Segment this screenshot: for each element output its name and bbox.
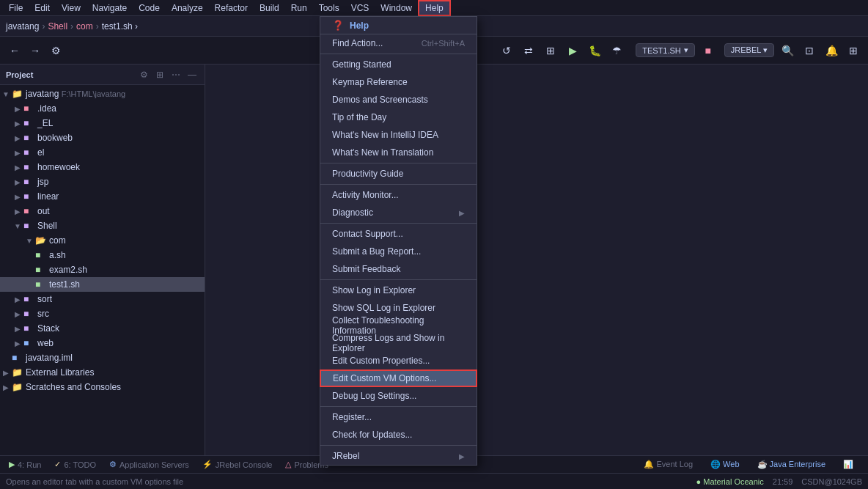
menu-vcs[interactable]: VCS	[345, 0, 375, 16]
tab-jrebel-console[interactable]: ⚡ JRebel Console	[196, 457, 279, 473]
list-item[interactable]: ▶ ■ Stack	[0, 321, 205, 336]
menu-help[interactable]: Help	[418, 0, 451, 16]
help-dropdown[interactable]: ❓ Help Find Action... Ctrl+Shift+A Getti…	[320, 16, 477, 466]
menu-run[interactable]: Run	[285, 0, 313, 16]
menu-file[interactable]: File	[3, 0, 29, 16]
menu-debug-log[interactable]: Debug Log Settings...	[320, 387, 477, 405]
menu-diagnostic[interactable]: Diagnostic ▶	[320, 204, 477, 221]
list-item[interactable]: ▶ ■ out	[0, 204, 205, 218]
toolbar-stop-btn[interactable]: ■	[699, 42, 717, 59]
sidebar-gear-icon[interactable]: ⚙	[137, 68, 150, 81]
tab-todo[interactable]: ✓ 6: TODO	[48, 457, 102, 473]
list-item[interactable]: ■ a.sh	[0, 248, 205, 262]
breadcrumb-shell[interactable]: Shell	[48, 21, 67, 32]
list-item[interactable]: ▶ 📁 Scratches and Consoles	[0, 380, 205, 394]
toolbar-layout-btn[interactable]: ⊞	[845, 42, 862, 59]
list-item[interactable]: ▶ ■ .idea	[0, 101, 205, 116]
toolbar-settings-btn[interactable]: ⚙	[47, 42, 65, 59]
menu-find-action[interactable]: Find Action... Ctrl+Shift+A	[320, 34, 477, 52]
list-item[interactable]: ▶ ■ linear	[0, 189, 205, 204]
menu-check-updates[interactable]: Check for Updates...	[320, 426, 477, 444]
menu-submit-bug[interactable]: Submit a Bug Report...	[320, 243, 477, 260]
list-item[interactable]: ■ exam2.sh	[0, 262, 205, 277]
menu-demos[interactable]: Demos and Screencasts	[320, 91, 477, 109]
module-icon: ■	[23, 191, 35, 202]
submenu-arrow-icon: ▶	[459, 209, 465, 217]
menu-whats-new-idea[interactable]: What's New in IntelliJ IDEA	[320, 126, 477, 144]
module-icon: ■	[23, 309, 35, 319]
menu-compress-logs[interactable]: Compress Logs and Show in Explorer	[320, 334, 477, 352]
breadcrumb-com[interactable]: com	[76, 21, 93, 32]
jrebel-label: JRebel	[332, 451, 359, 461]
list-item[interactable]: ▶ ■ el	[0, 145, 205, 160]
toolbar-coverage-btn[interactable]: ☂	[608, 42, 625, 59]
event-log-btn[interactable]: 🔔 Event Log	[638, 457, 699, 473]
list-item[interactable]: ▼ ■ Shell	[0, 218, 205, 233]
toolbar-debug-btn[interactable]: 🐛	[586, 42, 603, 59]
menu-jrebel[interactable]: JRebel ▶	[320, 447, 477, 465]
menu-build[interactable]: Build	[254, 0, 285, 16]
menu-register[interactable]: Register...	[320, 408, 477, 426]
toolbar-forward-btn[interactable]: →	[26, 42, 44, 59]
menu-keymap[interactable]: Keymap Reference	[320, 73, 477, 91]
run-config-selector[interactable]: TEST1.SH ▾	[636, 43, 695, 57]
toolbar-back-btn[interactable]: ←	[6, 42, 23, 59]
list-item[interactable]: ▶ ■ bookweb	[0, 130, 205, 145]
menu-contact-support[interactable]: Contact Support...	[320, 225, 477, 243]
list-item[interactable]: ▶ 📁 External Libraries	[0, 365, 205, 380]
menu-view[interactable]: View	[56, 0, 87, 16]
tab-run[interactable]: ▶ 4: Run	[3, 457, 47, 473]
list-item[interactable]: ▶ ■ web	[0, 336, 205, 350]
toolbar-revert-btn[interactable]: ↺	[498, 42, 515, 59]
menu-edit-custom-vm[interactable]: Edit Custom VM Options...	[320, 369, 477, 387]
toolbar-terminal-btn[interactable]: ⊡	[801, 42, 818, 59]
csdn-btn[interactable]: 📊	[837, 457, 859, 473]
menu-tip-of-day[interactable]: Tip of the Day	[320, 109, 477, 126]
list-item[interactable]: ■ test1.sh	[0, 277, 205, 292]
menu-edit-custom-properties[interactable]: Edit Custom Properties...	[320, 352, 477, 369]
menu-collect-troubleshooting[interactable]: Collect Troubleshooting Information	[320, 317, 477, 334]
web-btn[interactable]: 🌐 Web	[705, 457, 745, 473]
list-item[interactable]: ■ javatang.iml	[0, 350, 205, 365]
breadcrumb-root[interactable]: javatang	[6, 21, 39, 32]
status-bar: Opens an editor tab with a custom VM opt…	[0, 473, 868, 489]
tree-root[interactable]: ▼ 📁 javatang F:\HTML\javatang	[0, 87, 205, 101]
menu-show-sql-log[interactable]: Show SQL Log in Explorer	[320, 299, 477, 317]
menu-whats-new-translation[interactable]: What's New in Translation	[320, 144, 477, 161]
list-item[interactable]: ▶ ■ sort	[0, 292, 205, 306]
editor-area	[205, 65, 868, 455]
separator	[320, 406, 477, 407]
list-item[interactable]: ▶ ■ jsp	[0, 174, 205, 189]
tab-app-servers[interactable]: ⚙ Application Servers	[103, 457, 195, 473]
menu-activity-monitor[interactable]: Activity Monitor...	[320, 186, 477, 204]
menu-submit-feedback[interactable]: Submit Feedback	[320, 260, 477, 278]
sidebar-layout-icon[interactable]: ⊞	[153, 68, 166, 81]
toolbar-expand-btn[interactable]: ⊞	[542, 42, 559, 59]
sidebar-minimize-icon[interactable]: —	[185, 68, 199, 81]
menu-productivity[interactable]: Productivity Guide	[320, 165, 477, 183]
list-item[interactable]: ▼ 📂 com	[0, 233, 205, 248]
menu-window[interactable]: Window	[375, 0, 418, 16]
list-item[interactable]: ▶ ■ src	[0, 306, 205, 321]
submit-feedback-label: Submit Feedback	[332, 264, 400, 274]
toolbar-notification-btn[interactable]: 🔔	[823, 42, 840, 59]
menu-getting-started[interactable]: Getting Started	[320, 56, 477, 73]
toolbar-sync-btn[interactable]: ⇄	[520, 42, 537, 59]
toolbar-run-btn[interactable]: ▶	[564, 42, 581, 59]
menu-show-log[interactable]: Show Log in Explorer	[320, 282, 477, 299]
menu-navigate[interactable]: Navigate	[87, 0, 133, 16]
menu-edit[interactable]: Edit	[29, 0, 56, 16]
jrebel-badge[interactable]: JREBEL ▾	[724, 43, 774, 57]
toolbar-search-btn[interactable]: 🔍	[779, 42, 796, 59]
list-item[interactable]: ▶ ■ homewoek	[0, 160, 205, 174]
java-enterprise-btn[interactable]: ☕ Java Enterprise	[751, 457, 831, 473]
menu-refactor[interactable]: Refactor	[209, 0, 254, 16]
list-item[interactable]: ▶ ■ _EL	[0, 116, 205, 130]
tree-item-label: .idea	[37, 103, 56, 114]
menu-tools[interactable]: Tools	[313, 0, 345, 16]
tab-todo-label: 6: TODO	[64, 460, 96, 469]
menu-code[interactable]: Code	[133, 0, 166, 16]
sidebar-dots-icon[interactable]: ⋯	[169, 68, 183, 81]
breadcrumb-file[interactable]: test1.sh ›	[102, 21, 138, 32]
menu-analyze[interactable]: Analyze	[166, 0, 209, 16]
